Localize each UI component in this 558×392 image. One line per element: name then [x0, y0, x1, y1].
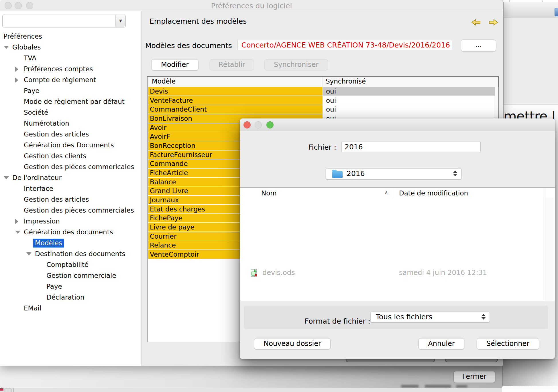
- format-label: Format de fichier :: [261, 317, 370, 325]
- sidebar-item-destination-des-documents[interactable]: Destination des documents: [35, 248, 125, 259]
- triangle-down-icon[interactable]: [15, 231, 20, 234]
- file-date: samedi 4 juin 2016 12:31: [399, 267, 487, 278]
- file-row-devis-ods[interactable]: devis.odssamedi 4 juin 2016 12:31: [240, 267, 543, 278]
- format-band: Format de fichier : Tous les fichiers: [244, 306, 548, 329]
- sidebar-item-generation-des-documents[interactable]: Génération des Documents: [24, 140, 114, 151]
- clipped-text-smudge: [425, 385, 451, 388]
- path-label: Modèles des documents: [145, 41, 232, 50]
- triangle-down-icon[interactable]: [4, 176, 9, 179]
- folder-toolbar-icon: [555, 8, 558, 16]
- clipped-text-smudge: [456, 385, 467, 388]
- folder-dropdown[interactable]: 2016: [326, 168, 461, 179]
- file-dialog: Fichier : 2016 2016 Nom ∧ Date de modifi…: [240, 118, 555, 359]
- sidebar-item-impression[interactable]: Impression: [24, 216, 60, 227]
- background-toolbar: [503, 2, 558, 18]
- search-input[interactable]: ▼: [2, 15, 126, 27]
- table-row-commandeclient[interactable]: CommandeClientoui: [148, 105, 498, 114]
- sidebar-item-gestion-des-clients[interactable]: Gestion des clients: [24, 151, 87, 161]
- titlebar: Préférences du logiciel: [0, 0, 503, 11]
- sidebar-item-generation-des-documents[interactable]: Génération des documents: [24, 227, 113, 237]
- sidebar-item-comptabilite[interactable]: Comptabilité: [46, 259, 89, 270]
- column-header-date[interactable]: Date de modification: [399, 189, 468, 197]
- file-name: devis.ods: [262, 267, 295, 278]
- column-divider: [323, 77, 323, 87]
- browse-button[interactable]: ...: [461, 39, 496, 52]
- sidebar-item-globales[interactable]: Globales: [12, 42, 41, 53]
- new-folder-button[interactable]: Nouveau dossier: [254, 338, 331, 349]
- synchronized-cell: oui: [323, 96, 498, 105]
- synchroniser-button[interactable]: Synchroniser: [264, 59, 328, 70]
- sidebar: ▼ PréférencesGlobalesTVAPréférences comp…: [0, 11, 142, 366]
- window-title: Préférences du logiciel: [0, 2, 503, 10]
- fermer-button[interactable]: Fermer: [453, 371, 495, 383]
- sidebar-item-tva[interactable]: TVA: [24, 53, 36, 64]
- triangle-right-icon[interactable]: [15, 219, 18, 224]
- bottom-red-fragment: [0, 388, 3, 391]
- triangle-right-icon[interactable]: [15, 67, 18, 72]
- forward-arrow-icon[interactable]: [489, 19, 498, 26]
- format-dropdown[interactable]: Tous les fichiers: [370, 312, 490, 322]
- sidebar-item-numerotation[interactable]: Numérotation: [24, 118, 69, 129]
- clipped-text-smudge: [401, 385, 419, 388]
- sidebar-item-paye[interactable]: Paye: [24, 85, 40, 96]
- back-arrow-icon[interactable]: [471, 19, 481, 26]
- sidebar-item-societe[interactable]: Société: [24, 107, 48, 118]
- close-icon[interactable]: [243, 121, 251, 128]
- file-name-input[interactable]: 2016: [341, 142, 481, 152]
- minimize-icon[interactable]: [255, 121, 262, 128]
- page-title: Emplacement des modèles: [150, 17, 247, 25]
- retablir-button[interactable]: Rétablir: [210, 59, 254, 70]
- background-content: [503, 18, 558, 104]
- behind-window: Fermer: [0, 366, 503, 388]
- sidebar-item-preferences-comptes[interactable]: Préférences comptes: [24, 64, 93, 74]
- bottom-window-strip: [0, 388, 502, 392]
- triangle-down-icon[interactable]: [26, 252, 32, 256]
- sidebar-item-paye[interactable]: Paye: [46, 281, 62, 292]
- sidebar-item-gestion-des-pieces-commericales[interactable]: Gestion des piéces commericales: [24, 161, 134, 172]
- format-dropdown-value: Tous les fichiers: [376, 313, 432, 321]
- folder-dropdown-value: 2016: [347, 169, 365, 178]
- chevron-down-icon: ▼: [119, 19, 122, 23]
- table-header: Modèle Synchronisé: [148, 77, 498, 87]
- sidebar-item-interface[interactable]: Interface: [24, 183, 53, 194]
- synchronized-cell: oui: [323, 87, 498, 96]
- model-name-cell: CommandeClient: [148, 105, 323, 114]
- triangle-down-icon[interactable]: [4, 46, 9, 49]
- sidebar-item-preferences[interactable]: Préférences: [3, 31, 42, 42]
- sidebar-item-gestion-commerciale[interactable]: Gestion commerciale: [46, 270, 116, 281]
- sort-ascending-icon[interactable]: ∧: [384, 189, 388, 195]
- list-scrollbar[interactable]: [545, 197, 554, 301]
- sidebar-item-mode-de-reglement-par-defaut[interactable]: Mode de règlement par défaut: [24, 96, 125, 107]
- column-header-synchronise[interactable]: Synchronisé: [326, 78, 366, 85]
- column-header-nom[interactable]: Nom: [261, 189, 277, 197]
- zoom-icon[interactable]: [266, 121, 274, 128]
- sidebar-item-compte-de-reglement[interactable]: Compte de règlement: [24, 74, 96, 85]
- templates-path-field[interactable]: Concerto/AGENCE WEB CRÉATION 73-48/Devis…: [237, 40, 452, 50]
- sidebar-item-gestion-des-articles[interactable]: Gestion des articles: [24, 194, 89, 205]
- sidebar-item-gestion-des-pieces-commerciales[interactable]: Gestion des pièces commerciales: [24, 205, 134, 216]
- sidebar-item-gestion-des-articles[interactable]: Gestion des articles: [24, 129, 89, 140]
- synchronized-cell: oui: [323, 105, 498, 114]
- column-divider: [392, 188, 392, 197]
- table-row-devis[interactable]: Devisoui: [148, 87, 498, 96]
- sidebar-item-declaration[interactable]: Déclaration: [46, 292, 85, 303]
- column-header-modele[interactable]: Modèle: [152, 78, 176, 85]
- model-name-cell: VenteFacture: [148, 96, 323, 105]
- file-label: Fichier :: [263, 143, 336, 151]
- cancel-button[interactable]: Annuler: [418, 338, 464, 349]
- sidebar-item-modeles[interactable]: Modèles: [35, 237, 64, 248]
- modifier-button[interactable]: Modifier: [151, 59, 199, 70]
- model-name-cell: Devis: [148, 87, 323, 96]
- column-divider: [545, 188, 545, 197]
- sidebar-item-label-selected: Modèles: [33, 239, 64, 248]
- table-row-ventefacture[interactable]: VenteFactureoui: [148, 96, 498, 105]
- folder-icon: [332, 171, 343, 178]
- sidebar-item-email[interactable]: EMail: [24, 303, 41, 314]
- file-list: Nom ∧ Date de modification devis.odssame…: [240, 187, 555, 301]
- select-button[interactable]: Sélectionner: [477, 338, 539, 349]
- bottom-mini-button: [5, 389, 11, 392]
- sidebar-item-de-l-ordinateur[interactable]: De l'ordinateur: [12, 172, 62, 183]
- triangle-right-icon[interactable]: [15, 78, 18, 83]
- search-dropdown-button[interactable]: ▼: [115, 15, 125, 27]
- background-lower-shade: [503, 359, 558, 386]
